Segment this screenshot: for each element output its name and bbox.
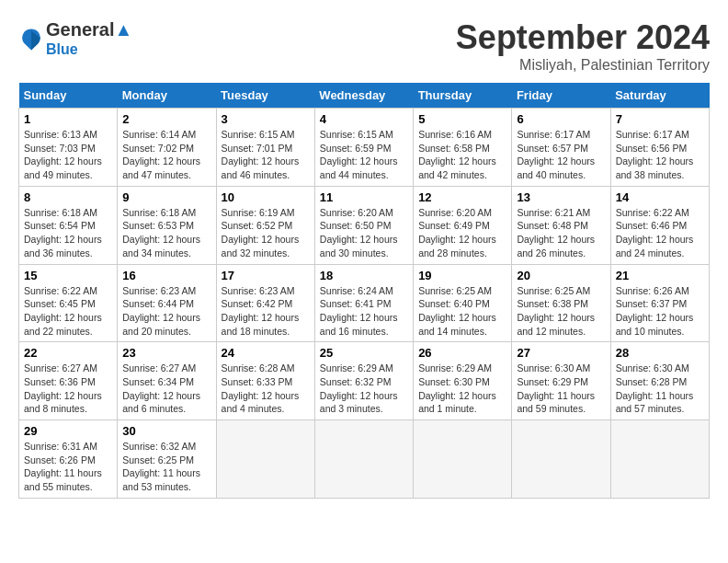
day-info: Sunrise: 6:30 AM Sunset: 6:29 PM Dayligh… bbox=[517, 362, 605, 416]
day-info: Sunrise: 6:31 AM Sunset: 6:26 PM Dayligh… bbox=[24, 440, 112, 494]
calendar-cell: 3Sunrise: 6:15 AM Sunset: 7:01 PM Daylig… bbox=[216, 109, 314, 187]
day-info: Sunrise: 6:15 AM Sunset: 6:59 PM Dayligh… bbox=[320, 128, 408, 182]
day-info: Sunrise: 6:29 AM Sunset: 6:30 PM Dayligh… bbox=[418, 362, 506, 416]
weekday-header: Sunday bbox=[19, 83, 118, 109]
weekday-header: Saturday bbox=[610, 83, 709, 109]
day-info: Sunrise: 6:25 AM Sunset: 6:38 PM Dayligh… bbox=[517, 284, 605, 339]
calendar-cell: 30Sunrise: 6:32 AM Sunset: 6:25 PM Dayli… bbox=[118, 420, 216, 499]
weekday-header: Wednesday bbox=[314, 83, 413, 109]
day-info: Sunrise: 6:28 AM Sunset: 6:33 PM Dayligh… bbox=[222, 362, 310, 416]
day-number: 10 bbox=[222, 190, 310, 204]
calendar-cell: 23Sunrise: 6:27 AM Sunset: 6:34 PM Dayli… bbox=[118, 342, 216, 420]
calendar-cell: 7Sunrise: 6:17 AM Sunset: 6:56 PM Daylig… bbox=[610, 109, 709, 187]
day-info: Sunrise: 6:22 AM Sunset: 6:45 PM Dayligh… bbox=[24, 284, 112, 339]
day-info: Sunrise: 6:23 AM Sunset: 6:44 PM Dayligh… bbox=[122, 284, 210, 339]
day-number: 17 bbox=[222, 269, 310, 282]
calendar-cell: 9Sunrise: 6:18 AM Sunset: 6:53 PM Daylig… bbox=[118, 186, 216, 264]
day-info: Sunrise: 6:25 AM Sunset: 6:40 PM Dayligh… bbox=[418, 284, 506, 339]
calendar-week-row: 8Sunrise: 6:18 AM Sunset: 6:54 PM Daylig… bbox=[19, 186, 710, 264]
day-info: Sunrise: 6:16 AM Sunset: 6:58 PM Dayligh… bbox=[418, 128, 506, 182]
day-number: 23 bbox=[122, 346, 210, 360]
day-info: Sunrise: 6:13 AM Sunset: 7:03 PM Dayligh… bbox=[24, 128, 112, 182]
calendar-cell: 21Sunrise: 6:26 AM Sunset: 6:37 PM Dayli… bbox=[610, 264, 709, 342]
weekday-header: Tuesday bbox=[216, 83, 314, 109]
calendar-cell: 18Sunrise: 6:24 AM Sunset: 6:41 PM Dayli… bbox=[314, 264, 413, 342]
day-number: 16 bbox=[122, 269, 210, 282]
calendar-cell: 25Sunrise: 6:29 AM Sunset: 6:32 PM Dayli… bbox=[314, 342, 413, 420]
day-info: Sunrise: 6:27 AM Sunset: 6:34 PM Dayligh… bbox=[122, 362, 210, 416]
calendar-cell: 13Sunrise: 6:21 AM Sunset: 6:48 PM Dayli… bbox=[512, 186, 610, 264]
day-number: 1 bbox=[24, 112, 112, 126]
calendar-week-row: 22Sunrise: 6:27 AM Sunset: 6:36 PM Dayli… bbox=[19, 342, 710, 420]
calendar-cell: 17Sunrise: 6:23 AM Sunset: 6:42 PM Dayli… bbox=[216, 264, 314, 342]
day-number: 24 bbox=[222, 346, 310, 360]
location-title: Misliyah, Palestinian Territory bbox=[456, 57, 710, 74]
day-number: 7 bbox=[616, 112, 704, 126]
logo: General▲ Blue bbox=[18, 18, 132, 58]
calendar-cell: 20Sunrise: 6:25 AM Sunset: 6:38 PM Dayli… bbox=[512, 264, 610, 342]
day-info: Sunrise: 6:15 AM Sunset: 7:01 PM Dayligh… bbox=[222, 128, 310, 182]
day-info: Sunrise: 6:29 AM Sunset: 6:32 PM Dayligh… bbox=[320, 362, 408, 416]
day-number: 18 bbox=[320, 269, 408, 282]
day-number: 6 bbox=[517, 112, 605, 126]
logo-icon bbox=[18, 26, 44, 52]
calendar-cell: 10Sunrise: 6:19 AM Sunset: 6:52 PM Dayli… bbox=[216, 186, 314, 264]
calendar-cell: 4Sunrise: 6:15 AM Sunset: 6:59 PM Daylig… bbox=[314, 109, 413, 187]
day-number: 13 bbox=[517, 190, 605, 204]
day-info: Sunrise: 6:20 AM Sunset: 6:49 PM Dayligh… bbox=[418, 206, 506, 260]
day-number: 15 bbox=[24, 269, 112, 282]
day-number: 14 bbox=[616, 190, 704, 204]
logo-text: General▲ Blue bbox=[46, 18, 132, 58]
day-number: 27 bbox=[517, 346, 605, 360]
day-info: Sunrise: 6:30 AM Sunset: 6:28 PM Dayligh… bbox=[616, 362, 704, 416]
day-number: 26 bbox=[418, 346, 506, 360]
calendar-cell: 2Sunrise: 6:14 AM Sunset: 7:02 PM Daylig… bbox=[118, 109, 216, 187]
day-number: 4 bbox=[320, 112, 408, 126]
day-number: 11 bbox=[320, 190, 408, 204]
calendar-cell: 15Sunrise: 6:22 AM Sunset: 6:45 PM Dayli… bbox=[19, 264, 118, 342]
day-number: 3 bbox=[222, 112, 310, 126]
calendar-cell bbox=[610, 420, 709, 499]
day-number: 29 bbox=[24, 424, 112, 438]
calendar-cell: 26Sunrise: 6:29 AM Sunset: 6:30 PM Dayli… bbox=[414, 342, 512, 420]
calendar-cell: 6Sunrise: 6:17 AM Sunset: 6:57 PM Daylig… bbox=[512, 109, 610, 187]
day-number: 2 bbox=[122, 112, 210, 126]
title-block: September 2024 Misliyah, Palestinian Ter… bbox=[456, 18, 710, 74]
day-info: Sunrise: 6:21 AM Sunset: 6:48 PM Dayligh… bbox=[517, 206, 605, 260]
weekday-header: Friday bbox=[512, 83, 610, 109]
day-info: Sunrise: 6:18 AM Sunset: 6:53 PM Dayligh… bbox=[122, 206, 210, 260]
day-number: 20 bbox=[517, 269, 605, 282]
day-number: 28 bbox=[616, 346, 704, 360]
calendar-cell: 11Sunrise: 6:20 AM Sunset: 6:50 PM Dayli… bbox=[314, 186, 413, 264]
calendar-cell: 12Sunrise: 6:20 AM Sunset: 6:49 PM Dayli… bbox=[414, 186, 512, 264]
calendar-cell bbox=[414, 420, 512, 499]
calendar-cell: 1Sunrise: 6:13 AM Sunset: 7:03 PM Daylig… bbox=[19, 109, 118, 187]
month-title: September 2024 bbox=[456, 18, 710, 57]
calendar-cell: 28Sunrise: 6:30 AM Sunset: 6:28 PM Dayli… bbox=[610, 342, 709, 420]
page-header: General▲ Blue September 2024 Misliyah, P… bbox=[18, 18, 710, 74]
day-number: 25 bbox=[320, 346, 408, 360]
day-info: Sunrise: 6:19 AM Sunset: 6:52 PM Dayligh… bbox=[222, 206, 310, 260]
day-info: Sunrise: 6:17 AM Sunset: 6:57 PM Dayligh… bbox=[517, 128, 605, 182]
calendar-cell: 29Sunrise: 6:31 AM Sunset: 6:26 PM Dayli… bbox=[19, 420, 118, 499]
calendar-cell bbox=[314, 420, 413, 499]
day-info: Sunrise: 6:32 AM Sunset: 6:25 PM Dayligh… bbox=[122, 440, 210, 494]
calendar-cell: 16Sunrise: 6:23 AM Sunset: 6:44 PM Dayli… bbox=[118, 264, 216, 342]
day-info: Sunrise: 6:23 AM Sunset: 6:42 PM Dayligh… bbox=[222, 284, 310, 339]
calendar-cell bbox=[216, 420, 314, 499]
day-info: Sunrise: 6:22 AM Sunset: 6:46 PM Dayligh… bbox=[616, 206, 704, 260]
day-info: Sunrise: 6:18 AM Sunset: 6:54 PM Dayligh… bbox=[24, 206, 112, 260]
day-number: 22 bbox=[24, 346, 112, 360]
day-number: 21 bbox=[616, 269, 704, 282]
day-info: Sunrise: 6:27 AM Sunset: 6:36 PM Dayligh… bbox=[24, 362, 112, 416]
calendar-cell: 5Sunrise: 6:16 AM Sunset: 6:58 PM Daylig… bbox=[414, 109, 512, 187]
day-number: 9 bbox=[122, 190, 210, 204]
day-number: 8 bbox=[24, 190, 112, 204]
day-number: 12 bbox=[418, 190, 506, 204]
day-number: 5 bbox=[418, 112, 506, 126]
calendar-cell: 14Sunrise: 6:22 AM Sunset: 6:46 PM Dayli… bbox=[610, 186, 709, 264]
calendar-week-row: 15Sunrise: 6:22 AM Sunset: 6:45 PM Dayli… bbox=[19, 264, 710, 342]
calendar-week-row: 1Sunrise: 6:13 AM Sunset: 7:03 PM Daylig… bbox=[19, 109, 710, 187]
day-number: 30 bbox=[122, 424, 210, 438]
weekday-header: Thursday bbox=[414, 83, 512, 109]
